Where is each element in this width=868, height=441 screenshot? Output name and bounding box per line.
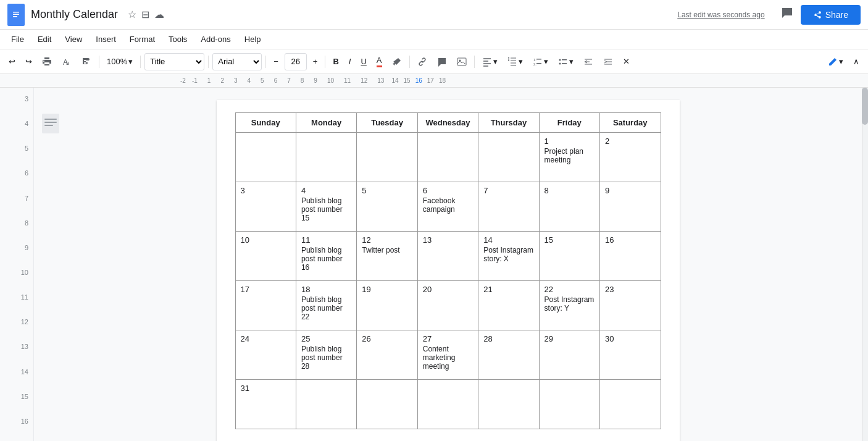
scrollbar-thumb[interactable] <box>862 88 868 125</box>
calendar-header-tuesday: Tuesday <box>357 113 417 133</box>
decrease-indent-button[interactable] <box>580 53 597 70</box>
calendar-cell-0-4[interactable] <box>478 133 539 182</box>
calendar-cell-2-5[interactable]: 15 <box>539 232 599 281</box>
calendar-cell-3-3[interactable]: 20 <box>417 281 478 330</box>
calendar-cell-2-2[interactable]: 12Twitter post <box>357 232 417 281</box>
calendar-cell-1-2[interactable]: 5 <box>357 182 417 232</box>
spell-check-button[interactable]: Aa <box>58 53 75 70</box>
menu-item-help[interactable]: Help <box>238 32 267 46</box>
calendar-cell-2-1[interactable]: 11Publish blog post number 16 <box>296 232 356 281</box>
menu-item-insert[interactable]: Insert <box>90 32 122 46</box>
clear-format-button[interactable]: ✕ <box>619 53 633 70</box>
calendar-cell-0-3[interactable] <box>417 133 478 182</box>
cell-event-text: Publish blog post number 16 <box>301 246 351 272</box>
calendar-cell-1-3[interactable]: 6Facebook campaign <box>417 182 478 232</box>
expand-button[interactable]: ∧ <box>849 53 863 70</box>
chat-icon[interactable] <box>781 7 793 22</box>
calendar-cell-5-5[interactable] <box>539 380 599 429</box>
cell-day-number: 14 <box>483 235 533 245</box>
list-bullet-button[interactable]: ▾ <box>554 53 577 70</box>
share-button[interactable]: Share <box>801 5 861 25</box>
edit-mode-button[interactable]: ▾ <box>824 53 847 70</box>
calendar-cell-5-1[interactable] <box>296 380 356 429</box>
line-num-9: 9 <box>25 243 28 267</box>
font-size-decrease[interactable]: − <box>270 53 282 70</box>
cell-day-number: 12 <box>362 235 412 245</box>
underline-button[interactable]: U <box>357 53 370 70</box>
comment-button[interactable] <box>433 53 451 70</box>
line-spacing-button[interactable]: ▾ <box>504 53 527 70</box>
calendar-cell-2-4[interactable]: 14Post Instagram story: X <box>478 232 539 281</box>
calendar-cell-1-0[interactable]: 3 <box>235 182 296 232</box>
calendar-cell-0-6[interactable]: 2 <box>600 133 661 182</box>
cell-day-number: 10 <box>241 235 291 245</box>
line-num-10: 10 <box>21 267 28 292</box>
calendar-cell-1-5[interactable]: 8 <box>539 182 599 232</box>
italic-button[interactable]: I <box>345 53 355 70</box>
calendar-cell-4-6[interactable]: 30 <box>600 330 661 380</box>
last-edit-label[interactable]: Last edit was seconds ago <box>677 10 764 19</box>
calendar-cell-0-0[interactable] <box>235 133 296 182</box>
divider5 <box>325 56 325 68</box>
undo-button[interactable]: ↩ <box>5 53 19 70</box>
calendar-cell-1-4[interactable]: 7 <box>478 182 539 232</box>
calendar-cell-3-4[interactable]: 21 <box>478 281 539 330</box>
increase-indent-button[interactable] <box>599 53 617 70</box>
print-button[interactable] <box>38 53 56 70</box>
menu-item-format[interactable]: Format <box>123 32 161 46</box>
font-size-input[interactable] <box>285 53 307 70</box>
calendar-cell-2-3[interactable]: 13 <box>417 232 478 281</box>
calendar-cell-1-6[interactable]: 9 <box>600 182 661 232</box>
calendar-cell-2-6[interactable]: 16 <box>600 232 661 281</box>
calendar-cell-5-4[interactable] <box>478 380 539 429</box>
calendar-cell-4-2[interactable]: 26 <box>357 330 417 380</box>
align-button[interactable]: ▾ <box>478 53 501 70</box>
calendar-cell-4-4[interactable]: 28 <box>478 330 539 380</box>
menu-item-file[interactable]: File <box>5 32 30 46</box>
cell-day-number: 31 <box>241 384 291 393</box>
line-num-5: 5 <box>25 143 28 168</box>
menu-item-edit[interactable]: Edit <box>31 32 57 46</box>
cell-day-number: 3 <box>241 186 291 195</box>
link-button[interactable] <box>414 53 431 70</box>
calendar-cell-1-1[interactable]: 4Publish blog post number 15 <box>296 182 356 232</box>
calendar-cell-4-5[interactable]: 29 <box>539 330 599 380</box>
star-icon[interactable]: ☆ <box>128 9 136 20</box>
calendar-cell-0-5[interactable]: 1Project plan meeting <box>539 133 599 182</box>
list-numbered-button[interactable]: 1.2.▾ <box>529 53 552 70</box>
calendar-cell-5-3[interactable] <box>417 380 478 429</box>
calendar-cell-4-0[interactable]: 24 <box>235 330 296 380</box>
style-select[interactable]: TitleNormal textHeading 1 <box>144 53 204 70</box>
calendar-cell-4-3[interactable]: 27Content marketing meeting <box>417 330 478 380</box>
calendar-cell-4-1[interactable]: 25Publish blog post number 28 <box>296 330 356 380</box>
menu-item-view[interactable]: View <box>59 32 88 46</box>
bold-button[interactable]: B <box>329 53 342 70</box>
paint-format-button[interactable] <box>78 53 95 70</box>
line-num-12: 12 <box>21 317 28 342</box>
calendar-cell-3-6[interactable]: 23 <box>600 281 661 330</box>
redo-button[interactable]: ↪ <box>22 53 36 70</box>
svg-text:1.: 1. <box>533 58 536 62</box>
image-button[interactable] <box>453 53 470 70</box>
calendar-cell-3-2[interactable]: 19 <box>357 281 417 330</box>
move-icon[interactable]: ⊟ <box>141 9 149 20</box>
text-color-button[interactable]: A <box>373 53 386 70</box>
calendar-cell-5-6[interactable] <box>600 380 661 429</box>
font-select[interactable]: ArialTimes New Roman <box>212 53 262 70</box>
calendar-cell-3-1[interactable]: 18Publish blog post number 22 <box>296 281 356 330</box>
calendar-cell-2-0[interactable]: 10 <box>235 232 296 281</box>
menu-item-tools[interactable]: Tools <box>162 32 193 46</box>
cloud-icon[interactable]: ☁ <box>154 9 164 20</box>
font-size-increase[interactable]: + <box>309 53 322 70</box>
calendar-cell-0-1[interactable] <box>296 133 356 182</box>
menu-item-add-ons[interactable]: Add-ons <box>194 32 236 46</box>
highlight-button[interactable] <box>388 53 406 70</box>
zoom-button[interactable]: 100% ▾ <box>103 53 136 70</box>
scrollbar[interactable] <box>862 88 868 441</box>
calendar-cell-5-0[interactable]: 31 <box>235 380 296 429</box>
calendar-cell-0-2[interactable] <box>357 133 417 182</box>
calendar-cell-5-2[interactable] <box>357 380 417 429</box>
calendar-cell-3-0[interactable]: 17 <box>235 281 296 330</box>
ruler-mark: 9 <box>309 77 322 84</box>
calendar-cell-3-5[interactable]: 22Post Instagram story: Y <box>539 281 599 330</box>
